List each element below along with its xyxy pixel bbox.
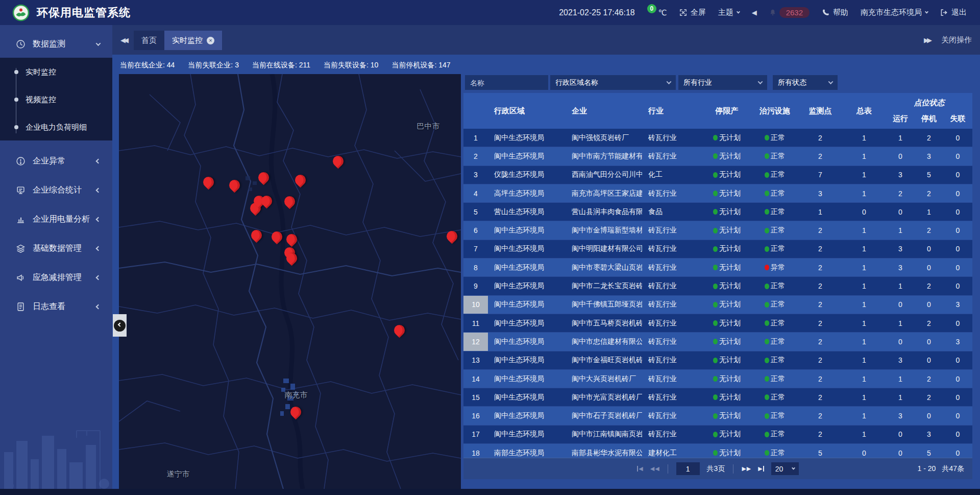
mute-speaker-icon[interactable]: ◀	[752, 9, 757, 16]
chevron-down-icon	[828, 79, 834, 84]
status-dot-green	[765, 172, 769, 178]
table-row[interactable]: 12阆中生态环境局阆中市忠信建材有限公砖瓦行业无计划正常21003	[463, 333, 972, 350]
tab-首页[interactable]: 首页	[134, 31, 164, 50]
table-panel: 行政区域名称 所有行业 所有状态 行政区域 企业 行业 停限产 治污设施 监测点…	[463, 74, 972, 479]
cell-company: 阆中市江南镇阆南页岩	[566, 426, 642, 443]
cell-total-meters: 1	[842, 166, 886, 184]
table-row[interactable]: 11阆中生态环境局阆中市五马桥页岩机砖砖瓦行业无计划正常21120	[463, 314, 972, 332]
cell-region: 营山生态环境局	[488, 203, 566, 221]
cell-region: 阆中生态环境局	[488, 370, 566, 388]
sidebar-subitem-label: 实时监控	[26, 67, 56, 77]
cell-company: 阆中市光富页岩机砖厂	[566, 388, 642, 406]
sidebar-item-emergency-reduction[interactable]: 应急减排管理	[0, 263, 112, 292]
clock-icon	[15, 39, 26, 49]
logout-button[interactable]: 退出	[940, 8, 967, 17]
cell-company: 南部县彬华水泥有限公	[566, 444, 642, 458]
sidebar-item-power-usage-analysis[interactable]: 企业用电量分析	[0, 205, 112, 234]
sidebar-subitem[interactable]: 企业电力负荷明细	[0, 113, 112, 141]
table-row[interactable]: 3仪陇生态环境局西南油气田分公司川中化工无计划正常71350	[463, 166, 972, 184]
fullscreen-button[interactable]: 全屏	[679, 8, 706, 17]
notifications[interactable]: 2632	[769, 7, 810, 18]
cell-stopped: 0	[915, 407, 943, 425]
industry-filter-select[interactable]: 所有行业	[678, 75, 767, 90]
next-page-button[interactable]: ▶▶	[742, 466, 751, 472]
theme-dropdown[interactable]: 主题	[718, 8, 740, 17]
cell-region: 阆中生态环境局	[488, 296, 566, 314]
user-dropdown[interactable]: 南充市生态环境局	[861, 8, 928, 17]
cell-running: 3	[886, 166, 915, 184]
sidebar-subitem[interactable]: 视频监控	[0, 86, 112, 113]
status-dot-green	[713, 339, 718, 344]
map-collapse-handle[interactable]	[113, 314, 127, 337]
cell-total-meters: 1	[842, 388, 886, 406]
app-root: 环保用电监管系统 2021-02-25 17:46:18 0 ℃ 全屏 主题	[0, 0, 980, 495]
table-row[interactable]: 6阆中生态环境局阆中市金博瑞新型墙材砖瓦行业无计划正常21120	[463, 221, 972, 239]
cell-monitor-points: 2	[798, 388, 842, 406]
close-operations-button[interactable]: 关闭操作	[941, 35, 972, 45]
status-dot-green	[713, 265, 718, 270]
cell-industry: 砖瓦行业	[642, 388, 702, 406]
table-row[interactable]: 18南部生态环境局南部县彬华水泥有限公建材化工无计划正常50050	[463, 444, 972, 458]
stat-当前失联设备: 当前失联设备: 10	[324, 61, 378, 70]
table-row[interactable]: 2阆中生态环境局阆中市南方节能建材有砖瓦行业无计划正常21030	[463, 147, 972, 165]
cell-stopped: 0	[915, 296, 943, 314]
table-row[interactable]: 5营山生态环境局营山县润丰肉食品有限食品无计划正常10010	[463, 203, 972, 221]
cell-company: 阆中市南方节能建材有	[566, 147, 642, 165]
tabs-scroll-left-icon[interactable]: ◀◀	[120, 36, 129, 44]
cell-running: 0	[886, 444, 915, 458]
cell-offline: 0	[943, 444, 972, 458]
cell-stopped: 1	[915, 203, 943, 221]
cell-monitor-points: 2	[798, 314, 842, 332]
cell-monitor-points: 2	[798, 370, 842, 388]
city-skyline-decoration	[0, 415, 112, 492]
sidebar-item-data-monitor[interactable]: 数据监测	[0, 30, 112, 58]
status-dot-red	[765, 265, 769, 270]
region-filter-select[interactable]: 行政区域名称	[550, 75, 676, 90]
page-number-input[interactable]: 1	[676, 462, 700, 475]
name-filter-input[interactable]	[465, 75, 548, 90]
cell-row-number: 17	[463, 426, 488, 443]
cell-region: 阆中生态环境局	[488, 129, 566, 147]
table-row[interactable]: 17阆中生态环境局阆中市江南镇阆南页岩砖瓦行业无计划正常21030	[463, 426, 972, 443]
last-page-button[interactable]: ▶	[758, 466, 764, 472]
cell-region: 阆中生态环境局	[488, 277, 566, 295]
table-row[interactable]: 13阆中生态环境局阆中市金福旺页岩机砖砖瓦行业无计划正常21300	[463, 351, 972, 369]
table-row[interactable]: 9阆中生态环境局阆中市二龙长宝页岩砖砖瓦行业无计划正常21120	[463, 277, 972, 295]
sidebar-item-base-data-management[interactable]: 基础数据管理	[0, 234, 112, 263]
tabs-scroll-right-icon[interactable]: ▶▶	[924, 36, 932, 44]
cell-monitor-points: 2	[798, 277, 842, 295]
cell-production: 无计划	[702, 370, 751, 388]
sidebar-item-log-view[interactable]: 日志查看	[0, 292, 112, 321]
tab-close-icon[interactable]: ×	[207, 37, 214, 44]
status-dot-green	[713, 413, 718, 419]
map-panel[interactable]: 巴中市南充市遂宁市	[119, 74, 461, 489]
status-dot-green	[765, 413, 769, 419]
sidebar-item-enterprise-abnormal[interactable]: 企业异常	[0, 147, 112, 176]
table-row[interactable]: 1阆中生态环境局阆中强锐页岩砖厂砖瓦行业无计划正常21120	[463, 129, 972, 147]
table-row[interactable]: 16阆中生态环境局阆中市石子页岩机砖厂砖瓦行业无计划正常21300	[463, 407, 972, 425]
status-dot-green	[765, 450, 769, 456]
tab-实时监控[interactable]: 实时监控×	[164, 31, 222, 50]
first-page-button[interactable]: ◀	[637, 466, 643, 472]
sidebar-subitem[interactable]: 实时监控	[0, 58, 112, 86]
cell-industry: 砖瓦行业	[642, 407, 702, 425]
table-row[interactable]: 14阆中生态环境局阆中大兴页岩机砖厂砖瓦行业无计划正常21120	[463, 370, 972, 388]
page-size-select[interactable]: 20	[771, 462, 799, 475]
tabs: 首页实时监控×	[134, 31, 222, 50]
table-row[interactable]: 10阆中生态环境局阆中千佛镇五郎垭页岩砖瓦行业无计划正常21003	[463, 296, 972, 314]
cell-monitor-points: 2	[798, 426, 842, 443]
stat-当前在线企业: 当前在线企业: 44	[120, 61, 175, 70]
help-button[interactable]: 帮助	[822, 8, 848, 17]
table-row[interactable]: 4高坪生态环境局南充市高坪区王家店建砖瓦行业无计划正常31220	[463, 184, 972, 202]
table-body: 1阆中生态环境局阆中强锐页岩砖厂砖瓦行业无计划正常211202阆中生态环境局阆中…	[463, 129, 972, 458]
status-filter-select[interactable]: 所有状态	[773, 75, 838, 90]
prev-page-button[interactable]: ◀◀	[650, 466, 659, 472]
sidebar-item-enterprise-statistics[interactable]: 企业综合统计	[0, 176, 112, 205]
table-row[interactable]: 15阆中生态环境局阆中市光富页岩机砖厂砖瓦行业无计划正常21120	[463, 388, 972, 406]
table-row[interactable]: 8阆中生态环境局阆中市枣碧大梁山页岩砖瓦行业无计划异常21300	[463, 258, 972, 276]
cell-stopped: 0	[915, 240, 943, 258]
cell-offline: 0	[943, 166, 972, 184]
cell-production: 无计划	[702, 203, 751, 221]
cell-total-meters: 0	[842, 444, 886, 458]
table-row[interactable]: 7阆中生态环境局阆中明阳建材有限公司砖瓦行业无计划正常21300	[463, 240, 972, 258]
